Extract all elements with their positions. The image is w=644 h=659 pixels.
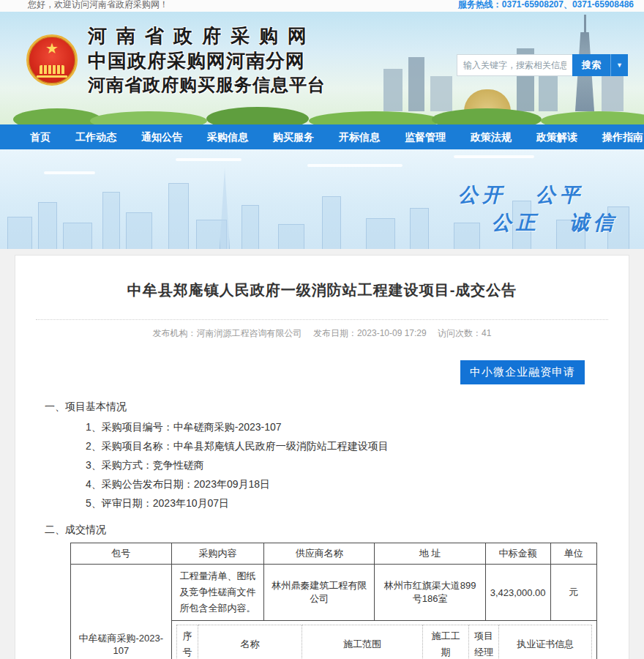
header-package-no: 包号 [71,543,172,565]
site-logo[interactable]: ★ 河南省政府采购网 中国政府采购网河南分网 河南省政府购买服务信息平台 [26,23,326,97]
cell-supplier-name: 林州鼎秦建筑工程有限公司 [264,565,375,621]
inner-header-manager: 项目经理 [468,625,499,659]
slogan-open: 公开 [458,182,506,208]
announcement-card: 中牟县郑庵镇人民政府一级消防站工程建设项目-成交公告 发布机构：河南润源工程咨询… [15,255,629,659]
section1-heading: 一、项目基本情况 [45,401,599,414]
skyline-building [454,223,480,249]
construction-detail-table: 序号 名称 施工范围 施工工期 项目经理 执业证书信息 1 中牟县郑庵镇人民政府… [176,625,592,659]
tree-blob [432,108,542,124]
inner-header-cert: 执业证书信息 [499,625,592,659]
header-treeline [0,110,644,124]
cloud-decor [176,158,242,161]
article-meta: 发布机构：河南润源工程咨询有限公司 发布日期：2023-10-09 17:29 … [36,319,608,340]
search-button[interactable]: 搜索 [572,54,610,76]
skyline-building [63,223,92,249]
site-title-line3: 河南省政府购买服务信息平台 [88,73,326,97]
skyline-building [7,217,32,249]
star-icon: ★ [45,41,59,56]
skyline-building [126,212,152,249]
table-header-row: 包号 采购内容 供应商名称 地 址 中标金额 单位 [71,543,597,565]
search-options-dropdown[interactable]: ▼ [610,54,628,76]
sme-financing-button[interactable]: 中小微企业融资申请 [460,360,585,384]
publish-date: 发布日期：2023-10-09 17:29 [313,328,427,338]
skyline-building [278,224,304,249]
skyline-spire [220,168,230,249]
welcome-text: 您好，欢迎访问河南省政府采购网！ [28,0,168,11]
tree-blob [309,111,441,124]
site-title-block: 河南省政府采购网 中国政府采购网河南分网 河南省政府购买服务信息平台 [88,23,326,97]
cell-award-amount: 3,423,000.00 [485,565,550,621]
skyline-building [410,208,429,249]
page-title: 中牟县郑庵镇人民政府一级消防站工程建设项目-成交公告 [15,280,629,300]
nav-item-purchase-services[interactable]: 购买服务 [261,124,326,149]
table-row: 中牟磋商采购-2023-107 工程量清单、图纸及竞争性磋商文件所包含全部内容。… [71,565,597,621]
nav-item-supervision[interactable]: 监督管理 [392,124,458,149]
inner-header-no: 序号 [176,625,198,659]
national-emblem-icon: ★ [26,34,78,86]
header-supplier-name: 供应商名称 [264,543,375,565]
header-building [430,76,452,111]
slogan-banner: 公开 公平 公正 诚信 [0,149,644,249]
skyline-building [366,218,395,249]
header-building [602,73,624,111]
nav-item-policy-interpretation[interactable]: 政策解读 [524,124,590,149]
section1-item: 5、评审日期：2023年10月07日 [86,498,599,509]
header-building [408,57,424,111]
nav-item-notices[interactable]: 通知公告 [129,124,195,149]
skyline-building [38,202,57,249]
header-award-amount: 中标金额 [485,543,550,565]
cell-unit: 元 [550,565,596,621]
nav-item-bid-opening[interactable]: 开标信息 [326,124,392,149]
visit-count: 访问次数：41 [438,328,491,338]
slogan-integrity: 诚信 [569,209,618,236]
search-input[interactable] [457,54,572,76]
chevron-down-icon: ▼ [616,62,623,69]
tree-blob [541,111,644,124]
page-background: 中牟县郑庵镇人民政府一级消防站工程建设项目-成交公告 发布机构：河南润源工程咨询… [0,249,644,659]
gate-base-icon [37,75,67,78]
inner-header-duration: 施工工期 [423,625,468,659]
header-tower-antenna [584,15,586,34]
tree-blob [206,107,309,124]
site-title-line1: 河南省政府采购网 [88,23,326,48]
nav-item-work-news[interactable]: 工作动态 [63,124,129,149]
inner-header-row: 序号 名称 施工范围 施工工期 项目经理 执业证书信息 [176,625,591,659]
header-unit: 单位 [550,543,596,565]
service-hotline: 服务热线：0371-65908207、0371-65908486 [458,0,634,11]
deal-result-table: 包号 采购内容 供应商名称 地 址 中标金额 单位 中牟磋商采购-2023-10… [70,543,597,659]
section1-item: 1、采购项目编号：中牟磋商采购-2023-107 [86,422,599,433]
section1-item: 4、采购公告发布日期：2023年09月18日 [86,479,599,490]
section1-item: 3、采购方式：竞争性磋商 [86,460,599,471]
publisher: 发布机构：河南润源工程咨询有限公司 [153,328,302,338]
nav-item-home[interactable]: 首页 [18,124,63,149]
skyline-building [242,205,259,249]
nav-item-policies[interactable]: 政策法规 [458,124,524,149]
section1-item: 2、采购项目名称：中牟县郑庵镇人民政府一级消防站工程建设项目 [86,441,599,452]
slogan-line-1: 公开 公平 [458,182,584,208]
slogan-fair: 公平 [536,182,584,208]
header-building [383,69,402,111]
tree-blob [90,111,207,124]
slogan-just: 公正 [492,209,540,236]
article-body: 一、项目基本情况 1、采购项目编号：中牟磋商采购-2023-107 2、采购项目… [15,401,629,659]
site-title-line2: 中国政府采购网河南分网 [88,48,326,73]
skyline-building [322,196,341,249]
tree-blob [13,108,101,124]
nested-table-cell: 序号 名称 施工范围 施工工期 项目经理 执业证书信息 1 中牟县郑庵镇人民政府… [171,621,596,659]
site-header: ★ 河南省政府采购网 中国政府采购网河南分网 河南省政府购买服务信息平台 搜索 … [0,12,644,124]
nav-item-procurement-info[interactable]: 采购信息 [195,124,261,149]
top-utility-bar: 您好，欢迎访问河南省政府采购网！ 服务热线：0371-65908207、0371… [0,0,644,12]
finance-button-row: 中小微企业融资申请 [15,360,629,384]
inner-header-scope: 施工范围 [302,625,423,659]
slogan-line-2: 公正 诚信 [492,209,618,236]
nav-item-operation-guide[interactable]: 操作指南 [590,124,644,149]
cloud-decor [307,164,402,167]
search-bar: 搜索 ▼ [457,54,628,76]
inner-header-name: 名称 [198,625,302,659]
skyline-building [102,192,120,249]
skyline-building [168,183,189,249]
header-address: 地 址 [375,543,485,565]
cell-procurement-content: 工程量清单、图纸及竞争性磋商文件所包含全部内容。 [171,565,264,621]
cloud-decor [454,155,534,158]
gate-icon [40,65,64,74]
